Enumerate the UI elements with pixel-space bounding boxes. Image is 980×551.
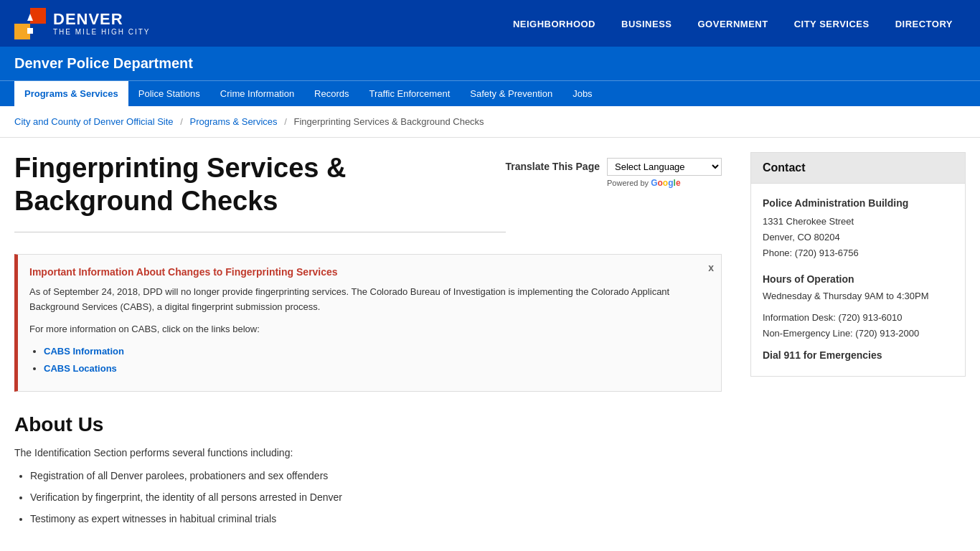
secnav-police-stations[interactable]: Police Stations <box>128 81 210 106</box>
nav-directory[interactable]: DIRECTORY <box>882 18 966 29</box>
svg-rect-1 <box>14 8 30 24</box>
nav-government[interactable]: GOVERNMENT <box>684 18 781 29</box>
dept-title: Denver Police Department <box>14 55 966 72</box>
about-list-item-2: Verification by fingerprint, the identit… <box>30 489 722 507</box>
g-letter-e: e <box>676 178 681 188</box>
svg-rect-6 <box>27 28 33 34</box>
contact-card: Contact Police Administration Building 1… <box>750 152 966 377</box>
translate-select[interactable]: Select Language <box>607 158 722 176</box>
powered-by-text: Powered by <box>607 179 649 187</box>
cabs-info-link[interactable]: CABS Information <box>44 346 124 357</box>
breadcrumb-programs[interactable]: Programs & Services <box>189 116 277 127</box>
alert-link-cabs-info: CABS Information <box>44 344 695 359</box>
breadcrumb-current: Fingerprinting Services & Background Che… <box>293 116 484 127</box>
alert-para1: As of September 24, 2018, DPD will no lo… <box>29 285 695 315</box>
breadcrumb-sep-1: / <box>180 116 183 127</box>
secnav-programs[interactable]: Programs & Services <box>14 81 128 106</box>
translate-area: Translate This Page Select Language Powe… <box>506 152 722 188</box>
hours-block: Hours of Operation Wednesday & Thursday … <box>763 271 953 304</box>
building-name: Police Administration Building <box>763 195 953 212</box>
page-title: Fingerprinting Services & Background Che… <box>14 152 506 232</box>
address-line2: Denver, CO 80204 <box>763 230 953 245</box>
sidebar: Contact Police Administration Building 1… <box>750 152 966 532</box>
secnav-safety-prevention[interactable]: Safety & Prevention <box>460 81 562 106</box>
alert-para2: For more information on CABS, click on t… <box>29 322 695 337</box>
main-container: Fingerprinting Services & Background Che… <box>0 138 980 546</box>
g-letter-g: G <box>651 178 657 188</box>
cabs-locations-link[interactable]: CABS Locations <box>44 363 117 374</box>
secondary-navigation: Programs & Services Police Stations Crim… <box>0 80 980 106</box>
contact-card-header: Contact <box>751 153 965 184</box>
secnav-records[interactable]: Records <box>304 81 359 106</box>
secnav-jobs[interactable]: Jobs <box>562 81 602 106</box>
logo-denver: DENVER <box>53 11 150 28</box>
breadcrumb: City and County of Denver Official Site … <box>0 106 980 138</box>
non-emergency: Non-Emergency Line: (720) 913-2000 <box>763 326 953 342</box>
translate-label: Translate This Page <box>506 158 600 172</box>
g-letter-g2: g <box>668 178 673 188</box>
logo-text: DENVER THE MILE HIGH CITY <box>53 11 150 36</box>
emergency: Dial 911 for Emergencies <box>763 347 953 364</box>
about-title: About Us <box>14 413 722 436</box>
g-letter-o2: o <box>663 178 668 188</box>
logo-area[interactable]: DENVER THE MILE HIGH CITY <box>14 8 150 39</box>
nav-directory-link[interactable]: DIRECTORY <box>882 19 966 29</box>
nav-business-link[interactable]: BUSINESS <box>608 19 684 29</box>
about-list: Registration of all Denver parolees, pro… <box>14 468 722 527</box>
breadcrumb-home[interactable]: City and County of Denver Official Site <box>14 116 174 127</box>
secnav-traffic-enforcement[interactable]: Traffic Enforcement <box>359 81 461 106</box>
nav-city-services-link[interactable]: CITY SERVICES <box>781 19 882 29</box>
logo-subtitle: THE MILE HIGH CITY <box>53 28 150 36</box>
about-list-item-1: Registration of all Denver parolees, pro… <box>30 468 722 485</box>
address-line1: 1331 Cherokee Street <box>763 214 953 230</box>
hours-label: Hours of Operation <box>763 271 953 288</box>
info-desk: Information Desk: (720) 913-6010 <box>763 310 953 326</box>
main-content: Fingerprinting Services & Background Che… <box>14 152 722 532</box>
about-section: About Us The Identification Section perf… <box>14 413 722 527</box>
top-content-area: Fingerprinting Services & Background Che… <box>14 152 722 254</box>
about-list-item-3: Testimony as expert witnesses in habitua… <box>30 511 722 528</box>
g-letter-o1: o <box>658 178 663 188</box>
title-area: Fingerprinting Services & Background Che… <box>14 152 506 254</box>
nav-business[interactable]: BUSINESS <box>608 18 684 29</box>
nav-city-services[interactable]: CITY SERVICES <box>781 18 882 29</box>
top-nav-links: NEIGHBORHOOD BUSINESS GOVERNMENT CITY SE… <box>500 18 966 29</box>
alert-link-cabs-locations: CABS Locations <box>44 362 695 377</box>
dept-header: Denver Police Department <box>0 47 980 80</box>
nav-government-link[interactable]: GOVERNMENT <box>684 19 781 29</box>
alert-box: Important Information About Changes to F… <box>14 254 722 392</box>
address-block: Police Administration Building 1331 Cher… <box>763 195 953 261</box>
svg-rect-3 <box>30 8 46 24</box>
powered-by: Powered by Google <box>607 178 681 188</box>
phone: Phone: (720) 913-6756 <box>763 245 953 261</box>
nav-neighborhood[interactable]: NEIGHBORHOOD <box>500 18 608 29</box>
about-body: The Identification Section performs seve… <box>14 445 722 527</box>
google-logo: Google <box>651 178 680 188</box>
translate-widget: Select Language Powered by Google <box>607 158 722 188</box>
alert-body: As of September 24, 2018, DPD will no lo… <box>29 285 695 377</box>
alert-title: Important Information About Changes to F… <box>29 266 695 278</box>
secnav-crime-information[interactable]: Crime Information <box>210 81 304 106</box>
top-navigation: DENVER THE MILE HIGH CITY NEIGHBORHOOD B… <box>0 0 980 47</box>
alert-close-button[interactable]: x <box>708 262 714 273</box>
nav-neighborhood-link[interactable]: NEIGHBORHOOD <box>500 19 608 29</box>
about-intro: The Identification Section performs seve… <box>14 445 722 462</box>
breadcrumb-sep-2: / <box>284 116 287 127</box>
denver-logo-icon <box>14 8 46 39</box>
contact-card-body: Police Administration Building 1331 Cher… <box>751 184 965 376</box>
alert-links-list: CABS Information CABS Locations <box>29 344 695 377</box>
hours: Wednesday & Thursday 9AM to 4:30PM <box>763 288 953 304</box>
